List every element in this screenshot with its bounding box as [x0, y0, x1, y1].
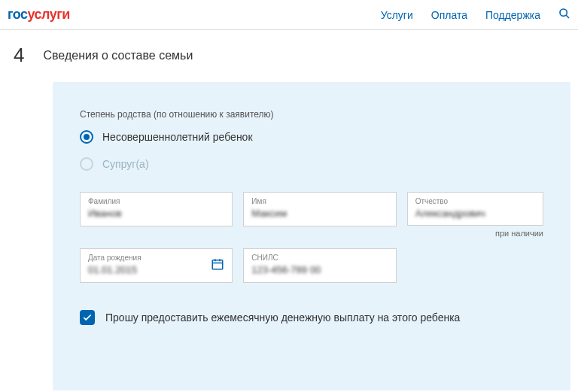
nav-payment[interactable]: Оплата [431, 9, 467, 21]
svg-point-0 [560, 9, 567, 16]
lastname-value: Иванов [88, 208, 224, 219]
form-panel: Степень родства (по отношению к заявител… [53, 82, 570, 390]
checkbox-label: Прошу предоставить ежемесячную денежную … [105, 311, 460, 324]
calendar-icon[interactable] [211, 257, 224, 274]
relationship-label: Степень родства (по отношению к заявител… [80, 109, 543, 120]
snils-value: 123-456-789 00 [251, 264, 388, 275]
nav-services[interactable]: Услуги [381, 9, 413, 21]
radio-spouse-row: Супруг(а) [80, 157, 543, 171]
patronymic-value: Александрович [415, 208, 535, 219]
step-title: Сведения о составе семьи [43, 49, 193, 62]
firstname-value: Максим [251, 208, 388, 219]
svg-rect-2 [213, 260, 224, 269]
dob-snils-row: Дата рождения 01.01.2015 СНИЛС 123-456-7… [80, 248, 543, 283]
logo[interactable]: госуслуги [8, 7, 70, 23]
step-number: 4 [14, 44, 24, 67]
lastname-field[interactable]: Фамилия Иванов [80, 192, 233, 226]
firstname-label: Имя [251, 197, 388, 205]
radio-minor[interactable] [80, 130, 93, 144]
lastname-label: Фамилия [88, 197, 224, 205]
patronymic-field[interactable]: Отчество Александрович [407, 192, 543, 226]
svg-line-1 [566, 15, 569, 18]
radio-spouse-label: Супруг(а) [102, 158, 149, 170]
snils-label: СНИЛС [251, 254, 388, 262]
dob-label: Дата рождения [88, 254, 224, 262]
dob-value: 01.01.2015 [88, 264, 224, 275]
snils-field[interactable]: СНИЛС 123-456-789 00 [243, 248, 396, 283]
payment-checkbox[interactable] [80, 310, 95, 325]
patronymic-label: Отчество [415, 197, 535, 205]
checkbox-row[interactable]: Прошу предоставить ежемесячную денежную … [80, 310, 543, 325]
radio-minor-label: Несовершеннолетний ребенок [102, 131, 253, 143]
logo-part2: услуги [28, 7, 70, 22]
radio-minor-row[interactable]: Несовершеннолетний ребенок [80, 130, 543, 144]
name-fields-row: Фамилия Иванов Имя Максим Отчество Алекс… [80, 192, 543, 238]
firstname-field[interactable]: Имя Максим [243, 192, 396, 226]
nav: Услуги Оплата Поддержка [381, 8, 570, 23]
logo-part1: гос [8, 7, 28, 22]
nav-support[interactable]: Поддержка [485, 9, 540, 21]
step-header: 4 Сведения о составе семьи [0, 30, 578, 74]
patronymic-note: при наличии [407, 229, 543, 238]
header: госуслуги Услуги Оплата Поддержка [0, 0, 578, 30]
search-icon[interactable] [558, 8, 570, 23]
radio-spouse [80, 157, 93, 171]
dob-field[interactable]: Дата рождения 01.01.2015 [80, 248, 233, 283]
